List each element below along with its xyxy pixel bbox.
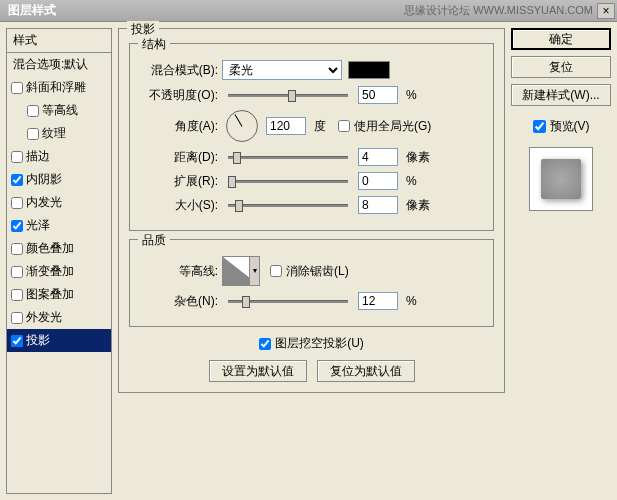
size-unit: 像素	[406, 197, 430, 214]
style-item[interactable]: 内发光	[7, 191, 111, 214]
distance-row: 距离(D): 像素	[140, 148, 483, 166]
style-item[interactable]: 图案叠加	[7, 283, 111, 306]
style-checkbox[interactable]	[27, 128, 39, 140]
size-input[interactable]	[358, 196, 398, 214]
angle-label: 角度(A):	[140, 118, 218, 135]
spread-input[interactable]	[358, 172, 398, 190]
new-style-button[interactable]: 新建样式(W)...	[511, 84, 611, 106]
style-checkbox[interactable]	[11, 82, 23, 94]
noise-row: 杂色(N): %	[140, 292, 483, 310]
styles-header[interactable]: 样式	[6, 28, 112, 53]
style-checkbox[interactable]	[11, 335, 23, 347]
style-item[interactable]: 渐变叠加	[7, 260, 111, 283]
style-checkbox[interactable]	[11, 197, 23, 209]
defaults-row: 设置为默认值 复位为默认值	[129, 360, 494, 382]
knockout-row: 图层挖空投影(U)	[129, 335, 494, 352]
distance-label: 距离(D):	[140, 149, 218, 166]
noise-label: 杂色(N):	[140, 293, 218, 310]
style-item[interactable]: 斜面和浮雕	[7, 76, 111, 99]
spread-slider[interactable]	[228, 173, 348, 189]
style-checkbox[interactable]	[11, 289, 23, 301]
style-item[interactable]: 投影	[7, 329, 111, 352]
close-button[interactable]: ×	[597, 3, 615, 19]
distance-input[interactable]	[358, 148, 398, 166]
quality-fieldset: 品质 等高线: ▾ 消除锯齿(L) 杂色(N):	[129, 239, 494, 327]
style-label: 内发光	[26, 194, 62, 211]
angle-dial[interactable]	[226, 110, 258, 142]
style-label: 光泽	[26, 217, 50, 234]
size-label: 大小(S):	[140, 197, 218, 214]
antialias-checkbox[interactable]	[270, 265, 282, 277]
opacity-unit: %	[406, 88, 417, 102]
ok-button[interactable]: 确定	[511, 28, 611, 50]
noise-input[interactable]	[358, 292, 398, 310]
style-item[interactable]: 纹理	[7, 122, 111, 145]
style-label: 纹理	[42, 125, 66, 142]
angle-input[interactable]	[266, 117, 306, 135]
contour-label: 等高线:	[140, 263, 218, 280]
knockout-cb-row[interactable]: 图层挖空投影(U)	[259, 335, 364, 352]
shadow-color-swatch[interactable]	[348, 61, 390, 79]
style-label: 外发光	[26, 309, 62, 326]
style-label: 颜色叠加	[26, 240, 74, 257]
style-checkbox[interactable]	[27, 105, 39, 117]
structure-title: 结构	[138, 36, 170, 53]
style-checkbox[interactable]	[11, 151, 23, 163]
styles-panel: 样式 混合选项:默认 斜面和浮雕等高线纹理描边内阴影内发光光泽颜色叠加渐变叠加图…	[6, 28, 112, 494]
blend-mode-row: 混合模式(B): 柔光	[140, 60, 483, 80]
size-slider[interactable]	[228, 197, 348, 213]
antialias-row[interactable]: 消除锯齿(L)	[270, 263, 349, 280]
right-panel: 确定 复位 新建样式(W)... 预览(V)	[511, 28, 611, 494]
style-checkbox[interactable]	[11, 174, 23, 186]
noise-slider[interactable]	[228, 293, 348, 309]
set-default-button[interactable]: 设置为默认值	[209, 360, 307, 382]
contour-picker[interactable]: ▾	[222, 256, 260, 286]
watermark: 思缘设计论坛 WWW.MISSYUAN.COM	[404, 3, 593, 18]
style-item[interactable]: 内阴影	[7, 168, 111, 191]
preview-row[interactable]: 预览(V)	[511, 118, 611, 135]
chevron-down-icon[interactable]: ▾	[249, 257, 259, 285]
opacity-input[interactable]	[358, 86, 398, 104]
style-item[interactable]: 描边	[7, 145, 111, 168]
style-item[interactable]: 颜色叠加	[7, 237, 111, 260]
structure-fieldset: 结构 混合模式(B): 柔光 不透明度(O): % 角度(A): 度	[129, 43, 494, 231]
style-item[interactable]: 光泽	[7, 214, 111, 237]
style-item[interactable]: 外发光	[7, 306, 111, 329]
preview-thumbnail	[541, 159, 581, 199]
style-label: 内阴影	[26, 171, 62, 188]
style-label: 描边	[26, 148, 50, 165]
style-checkbox[interactable]	[11, 266, 23, 278]
window-title: 图层样式	[2, 2, 404, 19]
antialias-label: 消除锯齿(L)	[286, 263, 349, 280]
spread-unit: %	[406, 174, 417, 188]
spread-row: 扩展(R): %	[140, 172, 483, 190]
knockout-checkbox[interactable]	[259, 338, 271, 350]
quality-title: 品质	[138, 232, 170, 249]
preview-checkbox[interactable]	[533, 120, 546, 133]
blend-options-row[interactable]: 混合选项:默认	[7, 53, 111, 76]
titlebar: 图层样式 思缘设计论坛 WWW.MISSYUAN.COM ×	[0, 0, 617, 22]
global-light-checkbox[interactable]	[338, 120, 350, 132]
style-label: 斜面和浮雕	[26, 79, 86, 96]
spread-label: 扩展(R):	[140, 173, 218, 190]
opacity-label: 不透明度(O):	[140, 87, 218, 104]
global-light-label: 使用全局光(G)	[354, 118, 431, 135]
style-checkbox[interactable]	[11, 220, 23, 232]
style-item[interactable]: 等高线	[7, 99, 111, 122]
cancel-button[interactable]: 复位	[511, 56, 611, 78]
global-light-row[interactable]: 使用全局光(G)	[338, 118, 431, 135]
blend-mode-select[interactable]: 柔光	[222, 60, 342, 80]
noise-unit: %	[406, 294, 417, 308]
distance-slider[interactable]	[228, 149, 348, 165]
style-checkbox[interactable]	[11, 312, 23, 324]
dropshadow-fieldset: 投影 结构 混合模式(B): 柔光 不透明度(O): % 角度(A):	[118, 28, 505, 393]
style-checkbox[interactable]	[11, 243, 23, 255]
opacity-row: 不透明度(O): %	[140, 86, 483, 104]
angle-unit: 度	[314, 118, 326, 135]
contour-row: 等高线: ▾ 消除锯齿(L)	[140, 256, 483, 286]
opacity-slider[interactable]	[228, 87, 348, 103]
reset-default-button[interactable]: 复位为默认值	[317, 360, 415, 382]
angle-row: 角度(A): 度 使用全局光(G)	[140, 110, 483, 142]
style-label: 等高线	[42, 102, 78, 119]
style-label: 投影	[26, 332, 50, 349]
